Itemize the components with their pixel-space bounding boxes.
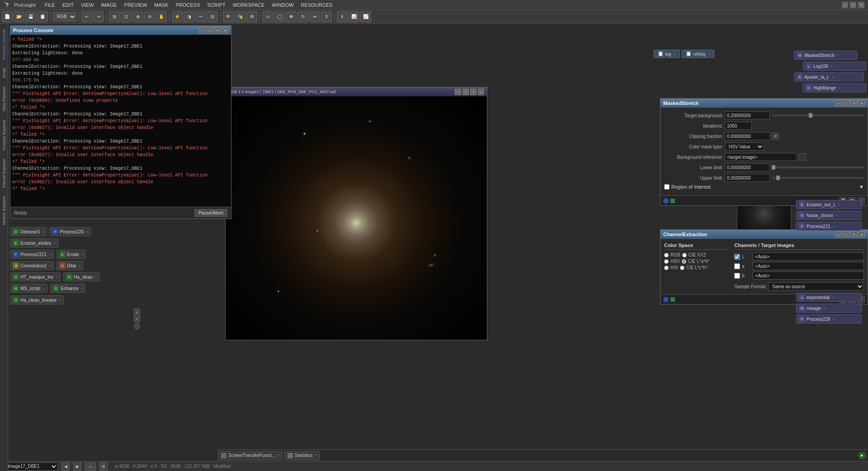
minimize-btn[interactable]: ─ (842, 2, 848, 8)
target-bg-input[interactable] (725, 111, 770, 119)
menu-view[interactable]: VIEW (77, 1, 97, 9)
channel-l-checkbox[interactable] (734, 254, 740, 260)
color-mask-select[interactable]: HSV Value HSI Intensity (725, 143, 764, 151)
radio-cie-lab[interactable] (682, 259, 686, 264)
channel-a-input[interactable] (753, 262, 864, 270)
node-close-process226[interactable]: × (833, 317, 835, 321)
levels-btn[interactable]: ◑ (184, 11, 194, 22)
node-noise-chrom[interactable]: N Noise_chrom × (796, 211, 862, 220)
undo-btn[interactable]: ↩ (81, 11, 92, 22)
img-maximize[interactable]: + (470, 89, 476, 95)
bg-ref-expand-btn[interactable] (799, 153, 806, 161)
expand-down-btn[interactable]: ▼ (134, 316, 140, 322)
status-btn-3[interactable]: ▭ (85, 462, 96, 471)
node-ms-script[interactable]: M MS_script × (10, 284, 47, 293)
info-btn[interactable]: ℹ (337, 11, 348, 22)
node-close-enhance[interactable]: × (81, 286, 83, 290)
clipping-input[interactable] (725, 132, 770, 140)
channel-l-input[interactable] (753, 252, 864, 261)
ce-restore[interactable]: □ (843, 231, 849, 238)
pc-close[interactable]: × (222, 27, 228, 33)
target-bg-slider[interactable] (772, 114, 864, 116)
radio-rgb[interactable] (664, 253, 669, 257)
node-close-ha-clean[interactable]: × (95, 275, 97, 279)
hist-btn[interactable]: 📈 (360, 11, 371, 22)
channel-b-checkbox[interactable] (734, 273, 740, 279)
upper-limit-slider[interactable] (772, 177, 864, 179)
zoom-out-btn[interactable]: ⊖ (144, 11, 155, 22)
img-restore[interactable]: □ (462, 89, 469, 95)
node-close-highrange[interactable]: × (838, 86, 840, 90)
pause-abort-button[interactable]: Pause/Abort (194, 209, 227, 217)
node-close-log100[interactable]: × (830, 64, 833, 68)
node-process221[interactable]: P Process221 × (796, 222, 862, 231)
expand-up-btn[interactable]: ▲ (134, 309, 140, 315)
node-delinear3[interactable]: D Delinear3 × (10, 227, 47, 236)
flip-v-btn[interactable]: ⇕ (321, 11, 332, 22)
curves-btn[interactable]: 〜 (195, 11, 206, 22)
ms-minimize[interactable]: ─ (835, 100, 842, 106)
node-masked-stretch-top[interactable]: M MaskedStretch × (794, 51, 857, 60)
close-btn[interactable]: × (858, 2, 864, 8)
node-close-convolution2[interactable]: × (49, 264, 51, 268)
pc-maximize[interactable]: + (214, 27, 221, 33)
save-as-btn[interactable]: 📋 (37, 11, 48, 22)
img-close[interactable]: × (478, 89, 484, 95)
node-close-ht-masque-inv[interactable]: × (56, 275, 58, 279)
new-btn[interactable]: 📄 (2, 11, 13, 22)
pc-restore[interactable]: □ (207, 27, 213, 33)
sidebar-tab-process-explorer[interactable]: Process Explorer (1, 116, 7, 154)
node-erosion-etoiles[interactable]: E Erosion_etoiles × (10, 238, 58, 247)
log-button[interactable]: 📋 log × (654, 50, 680, 58)
node-process220[interactable]: P Process220 × (49, 227, 90, 236)
node-close-mixage[interactable]: × (823, 306, 826, 310)
node-process2221[interactable]: P Process2221 × (10, 250, 54, 259)
process-console-titlebar[interactable]: Process Console ─ □ + × (10, 26, 231, 35)
sample-format-select[interactable]: Same as source 8-bit integer 16-bit inte… (768, 282, 864, 290)
mask-btn[interactable]: 🎭 (235, 11, 245, 22)
node-ajuster[interactable]: A Ajuster_la_L × (794, 72, 864, 81)
menu-file[interactable]: FILE (41, 1, 59, 9)
screen-transfer-close[interactable]: × (277, 453, 279, 457)
node-close-delinear3[interactable]: × (42, 230, 44, 234)
node-exponential[interactable]: e exponential × (796, 293, 862, 302)
ellipse-select-btn[interactable]: ◯ (274, 11, 285, 22)
menu-preview[interactable]: PREVIEW (121, 1, 151, 9)
rect-select-btn[interactable]: ▭ (262, 11, 273, 22)
rvblog-button[interactable]: 📋 rvblog × (682, 50, 714, 58)
status-btn-4[interactable]: ⊞ (99, 462, 108, 471)
radio-hsv[interactable] (664, 259, 669, 264)
channel-b-input[interactable] (753, 271, 864, 280)
maximize-btn[interactable]: □ (850, 2, 856, 8)
node-close-dilat[interactable]: × (78, 264, 80, 268)
node-ht-masque-inv[interactable]: H HT_masque_Inv × (10, 272, 61, 281)
roi-expand-icon[interactable]: ▼ (859, 184, 864, 190)
log-close[interactable]: × (674, 52, 676, 56)
radio-cie-lch[interactable] (680, 266, 684, 270)
lower-limit-input[interactable] (725, 163, 770, 171)
ms-close[interactable]: × (859, 100, 865, 106)
redo-btn[interactable]: ↪ (93, 11, 104, 22)
node-close-ajuster[interactable]: × (832, 75, 834, 79)
node-close-process221[interactable]: × (833, 224, 835, 228)
roi-checkbox[interactable] (664, 184, 670, 190)
radio-cie-xyz[interactable] (682, 253, 687, 257)
node-close-ha-clean-lin[interactable]: × (59, 298, 61, 302)
expand-circle-btn[interactable]: ○ (134, 323, 140, 329)
taskbar-statistics[interactable]: Statistics × (284, 451, 320, 460)
rotation-btn[interactable]: ↻ (297, 11, 308, 22)
sidebar-tab-format-explorer[interactable]: Format Explorer (1, 155, 7, 192)
open-btn[interactable]: 📂 (14, 11, 24, 22)
menu-mask[interactable]: MASK (151, 1, 172, 9)
sidebar-tab-view-explorer[interactable]: View Explorer (1, 83, 7, 115)
upper-limit-input[interactable] (725, 174, 770, 182)
image-canvas[interactable] (226, 96, 487, 340)
move-btn[interactable]: ✥ (286, 11, 297, 22)
channel-extraction-titlebar[interactable]: ChannelExtraction ─ □ + × (660, 230, 868, 239)
channel-a-checkbox[interactable] (734, 263, 740, 269)
zoom-fit-btn[interactable]: ⊞ (109, 11, 120, 22)
radio-hsi[interactable] (664, 266, 669, 270)
menu-image[interactable]: IMAGE (97, 1, 120, 9)
sidebar-tab-process-console[interactable]: Process Console (1, 25, 7, 63)
zoom-100-btn[interactable]: ⊡ (121, 11, 132, 22)
